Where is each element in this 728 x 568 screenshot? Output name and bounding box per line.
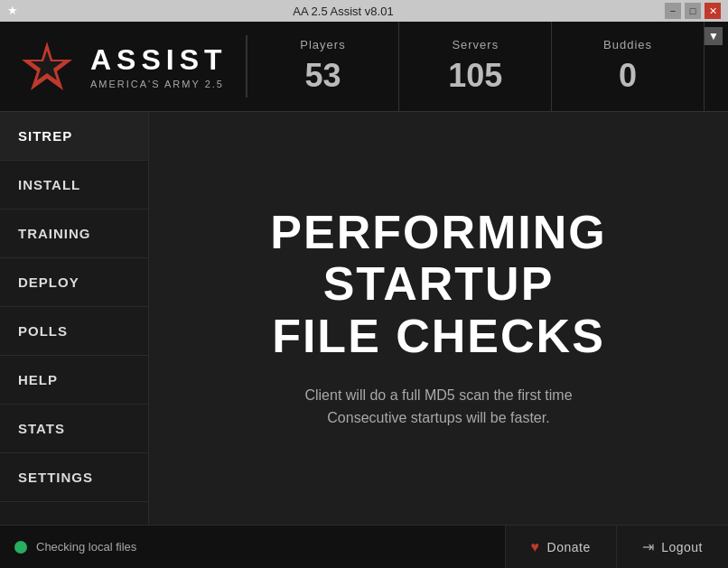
sidebar-item-polls[interactable]: POLLS bbox=[0, 307, 148, 356]
window-title: AA 2.5 Assist v8.01 bbox=[22, 5, 665, 18]
footer-status: Checking local files bbox=[0, 540, 266, 554]
sidebar-item-training[interactable]: TRAINING bbox=[0, 210, 148, 258]
logo-text: ASSIST AMERICA'S ARMY 2.5 bbox=[90, 43, 228, 89]
sidebar-item-install[interactable]: INSTALL bbox=[0, 161, 148, 210]
dropdown-button[interactable]: ▼ bbox=[705, 27, 723, 45]
window-controls: − □ ✕ bbox=[665, 3, 721, 19]
sidebar-item-help[interactable]: HELP bbox=[0, 356, 148, 405]
maximize-button[interactable]: □ bbox=[685, 3, 701, 19]
header: ASSIST AMERICA'S ARMY 2.5 Players 53 Ser… bbox=[0, 22, 728, 112]
servers-stat: Servers 105 bbox=[399, 22, 552, 111]
buddies-stat: Buddies 0 bbox=[552, 22, 705, 111]
donate-button[interactable]: ♥ Donate bbox=[505, 526, 616, 568]
startup-heading: PERFORMING STARTUP FILE CHECKS bbox=[185, 207, 692, 362]
app-name: ASSIST bbox=[90, 43, 228, 77]
buddies-value: 0 bbox=[619, 57, 637, 95]
status-text: Checking local files bbox=[36, 540, 136, 554]
minimize-button[interactable]: − bbox=[665, 3, 681, 19]
sidebar: SITREP INSTALL TRAINING DEPLOY POLLS HEL… bbox=[0, 112, 149, 525]
startup-description: Client will do a full MD5 scan the first… bbox=[304, 384, 572, 430]
sidebar-item-stats[interactable]: STATS bbox=[0, 405, 148, 453]
startup-heading-line2: FILE CHECKS bbox=[272, 310, 605, 362]
app-subtitle: AMERICA'S ARMY 2.5 bbox=[90, 79, 228, 89]
buddies-label: Buddies bbox=[603, 38, 652, 51]
logout-icon: ⇥ bbox=[642, 538, 655, 555]
players-label: Players bbox=[300, 38, 345, 51]
servers-label: Servers bbox=[452, 38, 499, 51]
close-button[interactable]: ✕ bbox=[705, 3, 721, 19]
sidebar-item-sitrep[interactable]: SITREP bbox=[0, 112, 148, 161]
servers-value: 105 bbox=[448, 57, 502, 95]
logo-icon bbox=[18, 38, 76, 96]
sidebar-item-settings[interactable]: SETTINGS bbox=[0, 453, 148, 502]
app-icon: ★ bbox=[7, 4, 22, 18]
startup-heading-line1: PERFORMING STARTUP bbox=[270, 206, 606, 310]
donate-label: Donate bbox=[547, 540, 591, 554]
footer-actions: ♥ Donate ⇥ Logout bbox=[505, 526, 728, 568]
main-content: PERFORMING STARTUP FILE CHECKS Client wi… bbox=[149, 112, 728, 525]
heart-icon: ♥ bbox=[531, 539, 540, 555]
players-value: 53 bbox=[304, 57, 341, 95]
stats-area: Players 53 Servers 105 Buddies 0 bbox=[247, 22, 705, 111]
footer: Checking local files ♥ Donate ⇥ Logout bbox=[0, 525, 728, 568]
sidebar-item-deploy[interactable]: DEPLOY bbox=[0, 258, 148, 307]
logout-button[interactable]: ⇥ Logout bbox=[616, 526, 728, 568]
startup-desc-line2: Consecutive startups will be faster. bbox=[327, 410, 549, 425]
logo-area: ASSIST AMERICA'S ARMY 2.5 bbox=[0, 22, 246, 111]
header-dropdown-area: ▼ bbox=[705, 22, 728, 111]
main-layout: SITREP INSTALL TRAINING DEPLOY POLLS HEL… bbox=[0, 112, 728, 525]
startup-desc-line1: Client will do a full MD5 scan the first… bbox=[304, 387, 572, 403]
players-stat: Players 53 bbox=[247, 22, 400, 111]
logout-label: Logout bbox=[661, 540, 703, 554]
status-indicator bbox=[14, 541, 27, 554]
title-bar: ★ AA 2.5 Assist v8.01 − □ ✕ bbox=[0, 0, 728, 22]
